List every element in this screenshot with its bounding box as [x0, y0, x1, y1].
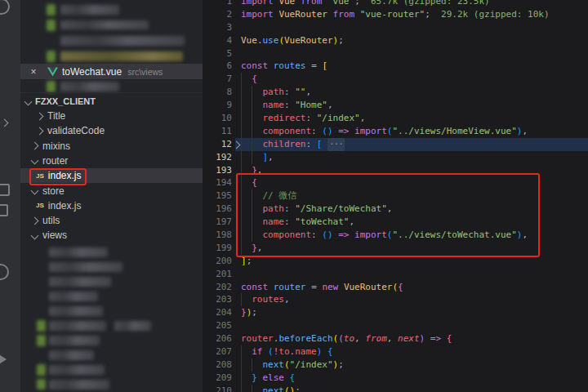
code-line-2[interactable]: 2import VueRouter from "vue-router"; 29.…	[203, 8, 588, 21]
code-line-209[interactable]: 209} else {	[203, 372, 588, 385]
close-icon[interactable]: ×	[27, 66, 40, 78]
code-line-201[interactable]: 201	[203, 268, 588, 281]
code-line-4[interactable]: 4Vue.use(VueRouter);	[203, 34, 588, 47]
redacted-tree-item[interactable]	[49, 262, 122, 272]
code-line-1[interactable]: 1import Vue from "vue"; 65.7k (gzipped: …	[203, 0, 588, 8]
token-param: from	[365, 332, 387, 345]
token-p	[274, 8, 279, 21]
code-line-203[interactable]: 203routes,	[203, 293, 588, 306]
token-p: :	[305, 138, 316, 151]
redacted-file-icon	[37, 320, 46, 332]
code-line-207[interactable]: 207if (!to.name) {	[203, 345, 588, 359]
explorer-root-folder[interactable]: FZXX_CLIENT	[20, 92, 203, 109]
tree-item-router[interactable]: router	[20, 154, 214, 168]
code-line-12[interactable]: 12children: [ ···	[203, 138, 588, 151]
indent-guide	[241, 73, 252, 86]
token-kw: import	[354, 125, 387, 138]
tree-item-index-js[interactable]: JSindex.js	[20, 198, 218, 213]
redacted-tree-item[interactable]	[49, 292, 98, 301]
redacted-open-editor[interactable]	[60, 5, 119, 15]
token-p: .	[290, 345, 296, 359]
folded-code-ellipsis[interactable]: ···	[327, 138, 345, 151]
tree-item-title[interactable]: Title	[20, 109, 219, 123]
tree-item-store[interactable]: store	[20, 184, 214, 198]
code-line-192[interactable]: 192],	[203, 151, 588, 164]
tree-item-utils[interactable]: utils	[20, 213, 214, 228]
redacted-file-icon	[47, 51, 56, 62]
code-line-7[interactable]: 7{	[203, 73, 588, 86]
token-ann: 29.2k (gzipped: 10k)	[435, 8, 549, 21]
token-p: ,	[305, 86, 311, 99]
fold-gutter	[232, 86, 241, 99]
line-number: 203	[203, 293, 232, 306]
fold-gutter	[232, 345, 241, 359]
line-number: 4	[203, 34, 232, 47]
fold-gutter	[232, 293, 241, 306]
accounts-icon[interactable]	[0, 264, 9, 280]
fold-gutter	[232, 0, 241, 8]
token-op: =	[311, 60, 317, 73]
tree-item-label: mixins	[42, 140, 70, 152]
extensions-icon[interactable]	[0, 184, 10, 196]
redacted-open-editor[interactable]	[60, 20, 149, 29]
open-editor-towechat[interactable]: × toWechat.vue src\views	[20, 64, 203, 79]
token-kw: import	[241, 0, 274, 8]
token-kw: =>	[338, 125, 349, 138]
code-line-205[interactable]: 205	[203, 319, 588, 332]
token-b3: )	[317, 345, 323, 359]
fold-gutter	[232, 99, 241, 112]
code-line-10[interactable]: 10redirect: "/index",	[203, 112, 588, 125]
code-line-202[interactable]: 202const router = new VueRouter({	[203, 281, 588, 294]
run-icon[interactable]	[1, 119, 9, 127]
redacted-tree-item[interactable]	[49, 247, 108, 257]
token-prop: redirect	[262, 112, 305, 125]
redacted-tree-item[interactable]	[49, 321, 106, 331]
redacted-tree-item[interactable]	[49, 336, 100, 345]
code-line-206[interactable]: 206router.beforeEach((to, from, next) =>…	[203, 332, 588, 345]
indent-guide	[241, 151, 262, 164]
token-cls: Vue	[278, 0, 295, 8]
chevron-right-icon	[31, 216, 39, 225]
code-editor[interactable]: 1import Vue from "vue"; 65.7k (gzipped: …	[203, 0, 588, 392]
line-number: 202	[203, 281, 232, 294]
token-b3: )	[517, 125, 523, 138]
token-p: ,	[522, 125, 528, 138]
code-line-6[interactable]: 6const routes = [	[203, 60, 588, 73]
tree-item-mixins[interactable]: mixins	[20, 139, 214, 154]
code-line-210[interactable]: 210next();	[203, 385, 588, 392]
token-p	[441, 332, 447, 345]
redacted-tree-item[interactable]	[49, 380, 109, 390]
code-line-8[interactable]: 8path: "",	[203, 86, 588, 99]
redacted-tree-item[interactable]	[49, 306, 103, 316]
token-p: ;	[252, 306, 257, 319]
code-line-3[interactable]: 3	[203, 21, 588, 34]
forward-arrow-icon[interactable]	[0, 354, 7, 364]
fold-gutter	[232, 151, 241, 164]
tree-item-views[interactable]: views	[20, 228, 214, 243]
redacted-tree-item[interactable]	[49, 350, 94, 360]
redacted-tree-item[interactable]	[49, 365, 105, 375]
token-prop: path	[262, 86, 284, 99]
fold-gutter[interactable]	[232, 138, 241, 151]
fold-chevron-icon[interactable]	[233, 140, 241, 149]
code-line-11[interactable]: 11component: () => import("../views/Home…	[203, 125, 588, 138]
code-line-208[interactable]: 208next("/index");	[203, 359, 588, 372]
token-fn: next	[262, 385, 284, 392]
redacted-file-icon	[47, 81, 56, 92]
code-line-5[interactable]: 5	[203, 47, 588, 60]
remote-box-icon[interactable]	[0, 204, 8, 216]
token-p	[349, 125, 354, 138]
redacted-open-editor[interactable]	[60, 82, 119, 91]
redacted-open-editor[interactable]	[60, 36, 185, 46]
token-b3: (	[387, 125, 393, 138]
tree-item-validatecode[interactable]: validateCode	[20, 123, 219, 138]
redacted-tree-item[interactable]	[49, 277, 111, 287]
code-line-204[interactable]: 204});	[203, 306, 588, 319]
redacted-open-editor[interactable]	[60, 51, 183, 61]
search-icon[interactable]	[0, 0, 10, 15]
code-line-9[interactable]: 9name: "Home",	[203, 99, 588, 112]
token-prop: routes	[252, 293, 284, 306]
fold-gutter	[232, 385, 241, 392]
token-p	[317, 60, 323, 73]
token-p	[274, 0, 279, 8]
